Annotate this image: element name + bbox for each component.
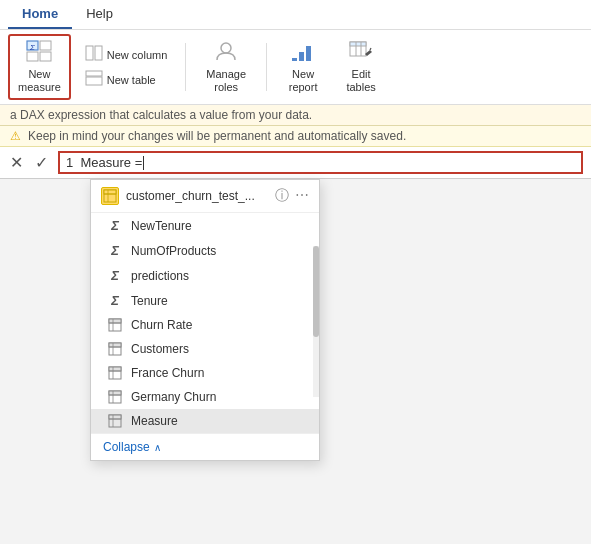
dropdown-header: customer_churn_test_... ⓘ ⋯ xyxy=(91,180,319,213)
svg-rect-31 xyxy=(109,367,121,371)
sigma-icon: Σ xyxy=(107,218,123,233)
new-report-icon xyxy=(290,40,316,66)
svg-rect-12 xyxy=(306,46,311,61)
manage-roles-button[interactable]: Manage roles xyxy=(196,34,256,100)
svg-rect-10 xyxy=(292,58,297,61)
svg-rect-19 xyxy=(104,190,116,194)
list-item[interactable]: Customers xyxy=(91,337,319,361)
table-field-icon xyxy=(107,414,123,428)
cursor xyxy=(143,156,144,170)
collapse-label: Collapse xyxy=(103,440,150,454)
new-measure-button[interactable]: Σ New measure xyxy=(8,34,71,100)
ribbon-tabs: Home Help xyxy=(0,0,591,30)
new-measure-label: New measure xyxy=(18,68,61,94)
item-label: predictions xyxy=(131,269,189,283)
svg-rect-27 xyxy=(109,343,121,347)
formula-confirm-button[interactable]: ✓ xyxy=(33,153,50,172)
info-bar: a DAX expression that calculates a value… xyxy=(0,105,591,126)
tab-home[interactable]: Home xyxy=(8,0,72,29)
new-report-label: New report xyxy=(289,68,318,94)
warning-bar: Keep in mind your changes will be perman… xyxy=(0,126,591,147)
table-field-icon xyxy=(107,366,123,380)
info-icon[interactable]: ⓘ xyxy=(275,187,289,205)
list-item[interactable]: Churn Rate xyxy=(91,313,319,337)
item-label: Customers xyxy=(131,342,189,356)
table-field-icon xyxy=(107,318,123,332)
formula-input[interactable]: 1 Measure = xyxy=(58,151,583,174)
header-icons: ⓘ ⋯ xyxy=(275,187,309,205)
list-item[interactable]: France Churn xyxy=(91,361,319,385)
sigma-icon: Σ xyxy=(107,268,123,283)
collapse-footer[interactable]: Collapse ∧ xyxy=(91,433,319,460)
dropdown-items-list: Σ NewTenure Σ NumOfProducts Σ prediction… xyxy=(91,213,319,433)
list-item[interactable]: Σ predictions xyxy=(91,263,319,288)
list-item[interactable]: Σ NumOfProducts xyxy=(91,238,319,263)
item-label: Churn Rate xyxy=(131,318,192,332)
edit-tables-label: Edit tables xyxy=(346,68,375,94)
svg-point-9 xyxy=(221,43,231,53)
svg-rect-35 xyxy=(109,391,121,395)
item-label: NumOfProducts xyxy=(131,244,216,258)
divider-1 xyxy=(185,43,186,91)
svg-rect-39 xyxy=(109,415,121,419)
more-icon[interactable]: ⋯ xyxy=(295,187,309,205)
svg-rect-8 xyxy=(86,77,102,85)
formula-cancel-button[interactable]: ✕ xyxy=(8,153,25,172)
autocomplete-dropdown: customer_churn_test_... ⓘ ⋯ Σ NewTenure … xyxy=(90,179,320,461)
list-item[interactable]: Measure xyxy=(91,409,319,433)
divider-2 xyxy=(266,43,267,91)
tab-help[interactable]: Help xyxy=(72,0,127,29)
svg-rect-11 xyxy=(299,52,304,61)
formula-bar: ✕ ✓ 1 Measure = xyxy=(0,147,591,179)
list-item[interactable]: Germany Churn xyxy=(91,385,319,409)
edit-tables-icon xyxy=(348,40,374,66)
collapse-arrow-icon: ∧ xyxy=(154,442,161,453)
new-column-label: New column xyxy=(107,49,168,61)
item-label: Measure xyxy=(131,414,178,428)
new-table-icon xyxy=(85,70,103,89)
sigma-icon: Σ xyxy=(107,293,123,308)
svg-rect-7 xyxy=(86,71,102,76)
table-field-icon xyxy=(107,390,123,404)
formula-text: 1 Measure = xyxy=(66,155,142,170)
ribbon: Home Help Σ New measure xyxy=(0,0,591,105)
list-item[interactable]: Σ Tenure xyxy=(91,288,319,313)
dropdown-scrollbar[interactable] xyxy=(313,246,319,397)
new-table-button[interactable]: New table xyxy=(77,68,176,91)
svg-rect-1 xyxy=(40,41,51,50)
manage-roles-label: Manage roles xyxy=(206,68,246,94)
new-measure-icon: Σ xyxy=(26,40,52,66)
svg-rect-23 xyxy=(109,319,121,323)
main-content: customer_churn_test_... ⓘ ⋯ Σ NewTenure … xyxy=(0,179,591,544)
small-buttons-group: New column New table xyxy=(77,43,176,91)
new-table-label: New table xyxy=(107,74,156,86)
svg-rect-6 xyxy=(95,46,102,60)
item-label: Tenure xyxy=(131,294,168,308)
new-column-button[interactable]: New column xyxy=(77,43,176,66)
svg-rect-5 xyxy=(86,46,93,60)
sigma-icon: Σ xyxy=(107,243,123,258)
table-header-icon xyxy=(101,187,119,205)
table-field-icon xyxy=(107,342,123,356)
list-item[interactable]: Σ NewTenure xyxy=(91,213,319,238)
svg-rect-14 xyxy=(350,42,366,46)
ribbon-content: Σ New measure New column xyxy=(0,30,591,104)
info-text: a DAX expression that calculates a value… xyxy=(10,108,312,122)
warning-text: Keep in mind your changes will be perman… xyxy=(28,129,406,143)
item-label: France Churn xyxy=(131,366,204,380)
table-name: customer_churn_test_... xyxy=(126,189,268,203)
item-label: Germany Churn xyxy=(131,390,216,404)
svg-rect-2 xyxy=(27,52,38,61)
new-report-button[interactable]: New report xyxy=(277,34,329,100)
scrollbar-thumb[interactable] xyxy=(313,246,319,337)
svg-rect-3 xyxy=(40,52,51,61)
manage-roles-icon xyxy=(213,40,239,66)
svg-line-17 xyxy=(370,48,371,50)
edit-tables-button[interactable]: Edit tables xyxy=(335,34,387,100)
item-label: NewTenure xyxy=(131,219,192,233)
new-column-icon xyxy=(85,45,103,64)
